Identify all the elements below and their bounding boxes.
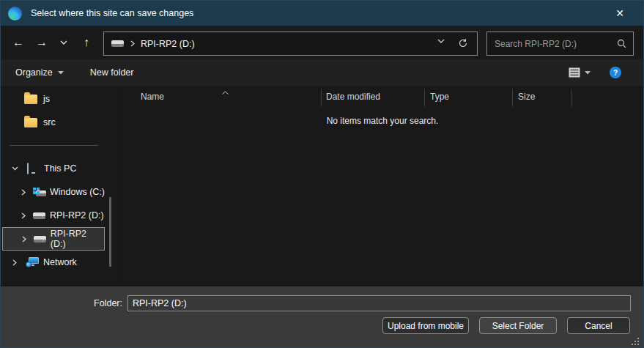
sidebar-item-windows-c[interactable]: Windows (C:) (1, 180, 108, 204)
column-divider[interactable] (321, 89, 322, 106)
sidebar-item-label: Windows (C:) (50, 187, 105, 197)
dialog-title: Select where this site can save changes (31, 8, 193, 18)
chevron-down-icon[interactable] (11, 166, 18, 171)
windows-drive-icon (33, 188, 46, 197)
column-header-size[interactable]: Size (518, 92, 535, 102)
refresh-icon[interactable] (458, 38, 468, 48)
sidebar-divider (10, 145, 98, 146)
sidebar-item-label: js (43, 94, 50, 104)
empty-results-message: No items match your search. (119, 116, 644, 126)
upload-from-mobile-button[interactable]: Upload from mobile (382, 317, 469, 334)
navigation-bar: ← → ↑ RPI-RP2 (D:) (1, 26, 643, 59)
column-header-name[interactable]: Name (141, 92, 164, 102)
breadcrumb[interactable]: RPI-RP2 (D:) (141, 39, 195, 49)
forward-icon[interactable]: → (33, 34, 51, 51)
title-bar: Select where this site can save changes … (1, 1, 643, 26)
address-bar[interactable]: RPI-RP2 (D:) (103, 32, 478, 56)
main-area: js src This PC (1, 86, 643, 286)
chevron-right-icon[interactable] (11, 259, 18, 266)
drive-icon (33, 212, 45, 219)
new-folder-button[interactable]: New folder (90, 67, 134, 78)
views-dropdown-icon (585, 71, 591, 75)
folder-icon (24, 118, 37, 127)
address-dropdown-icon[interactable] (437, 39, 445, 43)
file-dialog-window: Select where this site can save changes … (0, 0, 644, 348)
sidebar-item-label: src (43, 117, 56, 127)
chevron-right-icon[interactable] (20, 212, 27, 219)
sidebar-item-this-pc[interactable]: This PC (1, 157, 108, 180)
resize-grip[interactable] (632, 338, 639, 345)
recent-locations-chevron-icon[interactable] (56, 34, 71, 51)
folder-icon (24, 95, 37, 104)
drive-icon (111, 40, 124, 47)
sidebar-item-rpi-rp2-selected[interactable]: RPI-RP2 (D:) (2, 227, 105, 251)
sidebar-scrollbar[interactable] (109, 197, 111, 267)
search-icon (617, 39, 626, 48)
this-pc-icon (27, 163, 40, 174)
search-box (486, 32, 634, 56)
sidebar-item-js[interactable]: js (1, 87, 108, 111)
column-headers: Name Date modified Type Size (119, 86, 643, 108)
sort-ascending-icon (222, 86, 229, 97)
close-button[interactable]: ✕ (609, 1, 631, 26)
column-divider[interactable] (512, 89, 513, 106)
up-icon[interactable]: ↑ (78, 34, 95, 51)
new-folder-label: New folder (90, 67, 134, 78)
organize-label: Organize (15, 67, 53, 78)
command-toolbar: Organize New folder ? (1, 59, 643, 86)
column-divider[interactable] (571, 89, 572, 106)
organize-dropdown-icon (58, 71, 64, 75)
views-icon (569, 67, 580, 78)
column-header-date-modified[interactable]: Date modified (326, 92, 380, 102)
sidebar-item-label: Network (43, 257, 77, 267)
navigation-pane: js src This PC (1, 86, 118, 286)
sidebar-item-rpi-rp2[interactable]: RPI-RP2 (D:) (1, 204, 108, 227)
folder-field-label: Folder: (1, 295, 122, 311)
select-folder-button[interactable]: Select Folder (479, 317, 557, 334)
drive-icon (34, 236, 46, 243)
cancel-button[interactable]: Cancel (567, 317, 630, 334)
search-input[interactable] (487, 39, 617, 49)
column-header-type[interactable]: Type (430, 92, 449, 102)
sidebar-item-src[interactable]: src (1, 111, 108, 134)
network-icon (26, 257, 39, 267)
views-menu[interactable] (569, 67, 591, 78)
help-button[interactable]: ? (610, 67, 621, 78)
back-icon[interactable]: ← (10, 34, 27, 51)
breadcrumb-chevron-icon (130, 40, 135, 47)
chevron-right-icon[interactable] (20, 189, 27, 196)
edge-logo-icon (8, 7, 22, 21)
column-divider[interactable] (424, 89, 425, 106)
sidebar-item-label: This PC (44, 163, 76, 174)
sidebar-item-label: RPI-RP2 (D:) (51, 229, 104, 249)
sidebar-item-label: RPI-RP2 (D:) (50, 210, 104, 221)
chevron-right-icon[interactable] (21, 236, 28, 243)
sidebar-item-network[interactable]: Network (1, 251, 108, 274)
organize-menu[interactable]: Organize (15, 67, 64, 78)
folder-name-input[interactable] (127, 295, 631, 311)
footer-bar: Folder: Upload from mobile Select Folder… (1, 286, 643, 348)
file-list-pane: Name Date modified Type Size No items ma… (119, 86, 643, 286)
